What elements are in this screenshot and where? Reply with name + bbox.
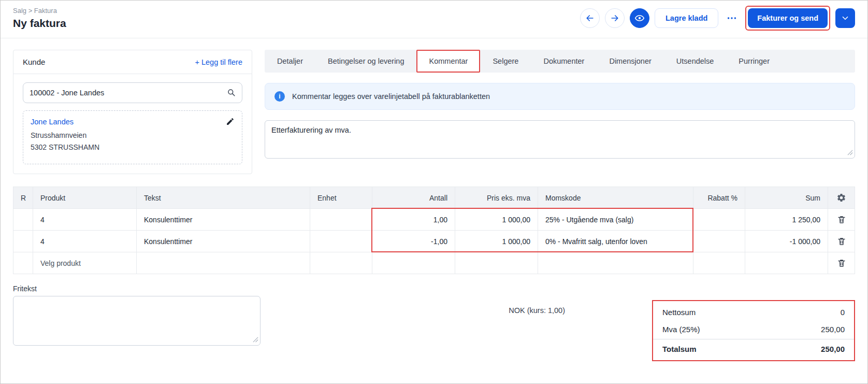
tab-betingelser-og-levering[interactable]: Betingelser og levering xyxy=(315,50,417,73)
customer-details-box: Jone Landes Strusshamnveien 5302 STRUSSH… xyxy=(23,110,242,164)
cell-momskode[interactable] xyxy=(538,252,693,274)
totals-box: Nettosum 0 Mva (25%) 250,00 Totalsum 250… xyxy=(652,300,855,361)
table-settings-button[interactable] xyxy=(834,191,848,205)
cell-momskode[interactable]: 25% - Utgående mva (salg) xyxy=(538,209,693,231)
eye-icon xyxy=(634,13,645,23)
col-header-momskode: Momskode xyxy=(538,187,693,209)
delete-row-button[interactable] xyxy=(835,257,848,270)
col-header-tekst: Tekst xyxy=(137,187,310,209)
trash-icon xyxy=(837,237,846,246)
cell-rabatt[interactable] xyxy=(693,209,745,231)
cell-rabatt[interactable] xyxy=(693,231,745,252)
edit-customer-button[interactable] xyxy=(225,116,236,127)
search-icon xyxy=(226,88,236,97)
cell-enhet[interactable] xyxy=(310,209,372,231)
arrow-right-icon xyxy=(610,13,620,23)
delete-row-button[interactable] xyxy=(835,235,848,248)
cell-r[interactable] xyxy=(13,209,33,231)
add-more-customers-link[interactable]: + Legg til flere xyxy=(195,58,243,66)
tab-bar: Detaljer Betingelser og levering Komment… xyxy=(265,50,855,73)
back-button[interactable] xyxy=(580,8,600,28)
more-options-button[interactable] xyxy=(724,8,740,28)
cell-momskode[interactable]: 0% - Mvafritt salg, utenfor loven xyxy=(538,231,693,252)
cell-antall[interactable]: -1,00 xyxy=(372,231,455,252)
comment-textarea[interactable] xyxy=(265,120,855,159)
cell-antall[interactable]: 1,00 xyxy=(372,209,455,231)
tab-dimensjoner[interactable]: Dimensjoner xyxy=(597,50,663,73)
cell-enhet[interactable] xyxy=(310,252,372,274)
breadcrumb[interactable]: Salg > Faktura xyxy=(13,7,66,15)
trash-icon xyxy=(837,215,846,224)
customer-card-header: Kunde + Legg til flere xyxy=(13,50,252,74)
cell-sum: -1 000,00 xyxy=(745,231,828,252)
totals-row-totalsum: Totalsum 250,00 xyxy=(653,339,854,358)
select-product-cell[interactable]: Velg produkt xyxy=(33,252,137,274)
totals-row-mva: Mva (25%) 250,00 xyxy=(653,321,854,338)
topbar-actions: Lagre kladd Fakturer og send xyxy=(580,6,855,31)
col-header-pris: Pris eks. mva xyxy=(455,187,538,209)
pencil-icon xyxy=(226,117,235,126)
cell-tekst[interactable] xyxy=(137,252,310,274)
preview-button[interactable] xyxy=(630,8,649,28)
currency-label: NOK (kurs: 1,00) xyxy=(509,306,565,315)
customer-card: Kunde + Legg til flere Jone Landes Strus… xyxy=(13,50,252,174)
tab-dokumenter[interactable]: Dokumenter xyxy=(531,50,597,73)
cell-tekst[interactable]: Konsulenttimer xyxy=(137,231,310,252)
customer-address-line1: Strusshamnveien xyxy=(31,130,235,141)
tab-utsendelse[interactable]: Utsendelse xyxy=(664,50,727,73)
tab-detaljer[interactable]: Detaljer xyxy=(265,50,315,73)
cell-sum xyxy=(745,252,828,274)
totals-value: 0 xyxy=(841,308,845,317)
invoice-line-row: 4 Konsulenttimer -1,00 1 000,00 0% - Mva… xyxy=(13,231,855,252)
table-header-row: R Produkt Tekst Enhet Antall Pris eks. m… xyxy=(13,187,855,209)
cell-rabatt[interactable] xyxy=(693,252,745,274)
invoice-send-dropdown-button[interactable] xyxy=(835,8,855,28)
invoice-detail-panel: Detaljer Betingelser og levering Komment… xyxy=(265,50,855,159)
invoice-footer: Fritekst NOK (kurs: 1,00) Nettosum 0 Mva… xyxy=(13,285,855,367)
app-root: { "colors":{"blue":"#1159e0","red":"#e04… xyxy=(0,0,868,384)
totals-row-nettosum: Nettosum 0 xyxy=(653,304,854,321)
save-draft-button[interactable]: Lagre kladd xyxy=(655,8,718,28)
cell-produkt[interactable]: 4 xyxy=(33,231,137,252)
delete-row-button[interactable] xyxy=(835,213,848,226)
cell-antall[interactable] xyxy=(372,252,455,274)
col-header-antall: Antall xyxy=(372,187,455,209)
cell-pris[interactable]: 1 000,00 xyxy=(455,209,538,231)
invoice-and-send-button[interactable]: Fakturer og send xyxy=(748,8,828,28)
customer-name-link[interactable]: Jone Landes xyxy=(31,118,74,126)
new-line-row: Velg produkt xyxy=(13,252,855,274)
cell-enhet[interactable] xyxy=(310,231,372,252)
fritekst-textarea[interactable] xyxy=(13,296,261,346)
cell-r[interactable] xyxy=(13,252,33,274)
topbar-left: Salg > Faktura Ny faktura xyxy=(13,7,66,30)
ellipsis-icon xyxy=(726,12,737,24)
totals-label: Mva (25%) xyxy=(662,325,700,334)
cell-r[interactable] xyxy=(13,231,33,252)
customer-address-line2: 5302 STRUSSHAMN xyxy=(31,141,235,153)
invoice-lines-table: R Produkt Tekst Enhet Antall Pris eks. m… xyxy=(13,187,855,274)
tab-purringer[interactable]: Purringer xyxy=(726,50,782,73)
cell-pris[interactable] xyxy=(455,252,538,274)
col-header-enhet: Enhet xyxy=(310,187,372,209)
col-header-sum: Sum xyxy=(745,187,828,209)
totals-label: Totalsum xyxy=(662,345,697,353)
col-header-r: R xyxy=(13,187,33,209)
main-content: Kunde + Legg til flere Jone Landes Strus… xyxy=(1,38,867,174)
gear-icon xyxy=(836,193,846,203)
cell-tekst[interactable]: Konsulenttimer xyxy=(137,209,310,231)
topbar: Salg > Faktura Ny faktura Lagre kladd Fa… xyxy=(1,1,867,38)
tab-selgere[interactable]: Selgere xyxy=(480,50,531,73)
customer-card-title: Kunde xyxy=(23,58,45,66)
customer-search-input[interactable] xyxy=(23,82,242,103)
totals-value: 250,00 xyxy=(821,345,845,353)
tab-kommentar[interactable]: Kommentar xyxy=(416,50,480,73)
customer-card-body: Jone Landes Strusshamnveien 5302 STRUSSH… xyxy=(13,74,252,174)
cell-produkt[interactable]: 4 xyxy=(33,209,137,231)
forward-button[interactable] xyxy=(605,8,625,28)
info-icon: i xyxy=(274,91,285,102)
cell-sum: 1 250,00 xyxy=(745,209,828,231)
cell-pris[interactable]: 1 000,00 xyxy=(455,231,538,252)
table-settings-header xyxy=(828,187,855,209)
totals-value: 250,00 xyxy=(821,325,845,334)
row-actions-cell xyxy=(828,209,855,231)
